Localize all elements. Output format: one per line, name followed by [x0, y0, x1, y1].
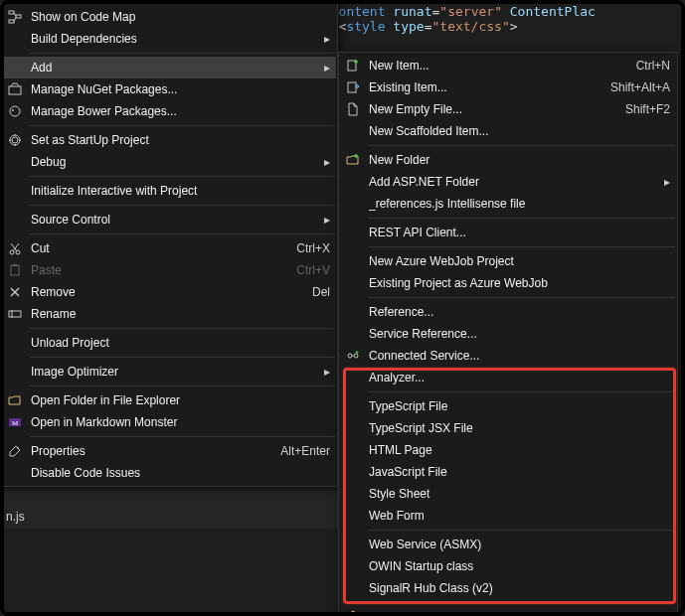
- ctx-properties[interactable]: PropertiesAlt+Enter: [2, 440, 336, 462]
- svg-rect-3: [9, 86, 21, 94]
- ctx-remove[interactable]: RemoveDel: [2, 281, 336, 303]
- ctx-cut[interactable]: CutCtrl+X: [2, 237, 336, 259]
- blank-icon: [343, 123, 363, 139]
- menu-item-label: Add: [31, 61, 320, 75]
- menu-item-label: Image Optimizer: [31, 365, 320, 379]
- menu-item-shortcut: Alt+Enter: [280, 444, 330, 458]
- ctx-source-control[interactable]: Source Control▸: [2, 209, 336, 231]
- menu-item-label: Open Folder in File Explorer: [31, 393, 330, 407]
- menu-item-label: Show on Code Map: [31, 10, 330, 24]
- add-existing-project-as-azure-webjob[interactable]: Existing Project as Azure WebJob: [340, 272, 676, 294]
- new-folder-icon: [343, 152, 363, 168]
- menu-item-shortcut: Del: [312, 285, 330, 299]
- add-new-folder[interactable]: New Folder: [340, 149, 676, 171]
- svg-rect-10: [11, 265, 19, 275]
- bower-icon: [5, 103, 25, 119]
- menu-item-label: Set as StartUp Project: [31, 133, 330, 147]
- menu-item-label: Add ASP.NET Folder: [369, 175, 660, 189]
- ctx-rename[interactable]: Rename: [2, 303, 336, 325]
- menu-item-label: REST API Client...: [369, 226, 670, 239]
- menu-item-label: Connected Service...: [369, 349, 670, 363]
- add-reference[interactable]: Reference...: [340, 301, 676, 323]
- ctx-initialize-interactive-with-project[interactable]: Initialize Interactive with Project: [2, 180, 336, 202]
- ctx-debug[interactable]: Debug▸: [2, 151, 336, 173]
- menu-item-label: _references.js Intellisense file: [369, 197, 670, 211]
- svg-point-4: [10, 106, 20, 116]
- ctx-unload-project[interactable]: Unload Project: [2, 332, 336, 354]
- add-owin-startup-class[interactable]: OWIN Startup class: [340, 555, 676, 577]
- tree-item[interactable]: n.js: [6, 506, 331, 528]
- add-new-azure-webjob-project[interactable]: New Azure WebJob Project: [340, 250, 676, 272]
- code-map-icon: [5, 9, 25, 25]
- add-style-sheet[interactable]: Style Sheet: [340, 483, 676, 505]
- connected-service-icon: [343, 348, 363, 364]
- menu-item-label: HTML Page: [369, 443, 670, 457]
- add-typescript-jsx-file[interactable]: TypeScript JSX File: [340, 417, 676, 439]
- blank-icon: [343, 508, 363, 524]
- ctx-open-in-markdown-monster[interactable]: MOpen in Markdown Monster: [2, 411, 336, 433]
- remove-icon: [5, 284, 25, 300]
- ctx-manage-bower-packages[interactable]: Manage Bower Packages...: [2, 100, 336, 122]
- paste-icon: [5, 262, 25, 278]
- add-javascript-file[interactable]: JavaScript File: [340, 461, 676, 483]
- blank-icon: [5, 31, 25, 47]
- add-new-item[interactable]: New Item...Ctrl+N: [340, 55, 676, 77]
- add-service-reference[interactable]: Service Reference...: [340, 323, 676, 345]
- blank-icon: [343, 174, 363, 190]
- blank-icon: [5, 465, 25, 481]
- startup-icon: [5, 132, 25, 148]
- add-references-js-intellisense-file[interactable]: _references.js Intellisense file: [340, 193, 676, 215]
- menu-item-label: New Azure WebJob Project: [369, 254, 670, 268]
- svg-point-15: [17, 447, 19, 449]
- markdown-icon: M: [5, 414, 25, 430]
- add-new-empty-file[interactable]: New Empty File...Shift+F2: [340, 98, 676, 120]
- menu-item-shortcut: Ctrl+V: [296, 263, 330, 277]
- menu-item-label: Unload Project: [31, 336, 330, 350]
- add-new-scaffolded-item[interactable]: New Scaffolded Item...: [340, 120, 676, 142]
- add-add-asp-net-folder[interactable]: Add ASP.NET Folder▸: [340, 171, 676, 193]
- menu-item-label: Source Control: [31, 213, 320, 227]
- add-typescript-file[interactable]: TypeScript File: [340, 395, 676, 417]
- ctx-show-on-code-map[interactable]: Show on Code Map: [2, 6, 336, 28]
- menu-separator: [30, 205, 335, 206]
- blank-icon: [343, 420, 363, 436]
- ctx-build-dependencies[interactable]: Build Dependencies▸: [2, 28, 336, 50]
- existing-item-icon: [343, 79, 363, 95]
- menu-item-label: Paste: [31, 263, 284, 277]
- add-analyzer[interactable]: Analyzer...: [340, 367, 676, 388]
- menu-separator: [368, 530, 675, 531]
- blank-icon: [343, 537, 363, 552]
- add-class[interactable]: Class...: [340, 606, 676, 616]
- ctx-manage-nuget-packages[interactable]: Manage NuGet Packages...: [2, 78, 336, 100]
- ctx-disable-code-issues[interactable]: Disable Code Issues: [2, 462, 336, 484]
- blank-icon: [343, 558, 363, 574]
- ctx-add[interactable]: Add▸: [2, 57, 336, 78]
- blank-icon: [343, 253, 363, 269]
- menu-item-label: Properties: [31, 444, 268, 458]
- blank-icon: [5, 154, 25, 170]
- ctx-open-folder-in-file-explorer[interactable]: Open Folder in File Explorer: [2, 389, 336, 411]
- add-web-form[interactable]: Web Form: [340, 505, 676, 527]
- rename-icon: [5, 306, 25, 322]
- menu-item-label: Manage NuGet Packages...: [31, 82, 330, 96]
- blank-icon: [343, 486, 363, 502]
- blank-icon: [343, 225, 363, 240]
- ctx-set-as-startup-project[interactable]: Set as StartUp Project: [2, 129, 336, 151]
- menu-item-label: Service Reference...: [369, 327, 670, 341]
- svg-rect-2: [16, 15, 21, 18]
- add-web-service-asmx[interactable]: Web Service (ASMX): [340, 534, 676, 555]
- menu-item-shortcut: Shift+Alt+A: [610, 80, 670, 94]
- add-connected-service[interactable]: Connected Service...: [340, 345, 676, 367]
- menu-item-label: Cut: [31, 241, 284, 255]
- add-rest-api-client[interactable]: REST API Client...: [340, 222, 676, 243]
- add-existing-item[interactable]: Existing Item...Shift+Alt+A: [340, 77, 676, 98]
- menu-separator: [368, 246, 675, 247]
- menu-item-label: Web Service (ASMX): [369, 538, 670, 551]
- blank-icon: [343, 370, 363, 385]
- ctx-image-optimizer[interactable]: Image Optimizer▸: [2, 361, 336, 383]
- menu-item-label: Style Sheet: [369, 487, 670, 501]
- add-html-page[interactable]: HTML Page: [340, 439, 676, 461]
- menu-separator: [368, 218, 675, 219]
- nuget-icon: [5, 81, 25, 97]
- add-signalr-hub-class-v2[interactable]: SignalR Hub Class (v2): [340, 577, 676, 599]
